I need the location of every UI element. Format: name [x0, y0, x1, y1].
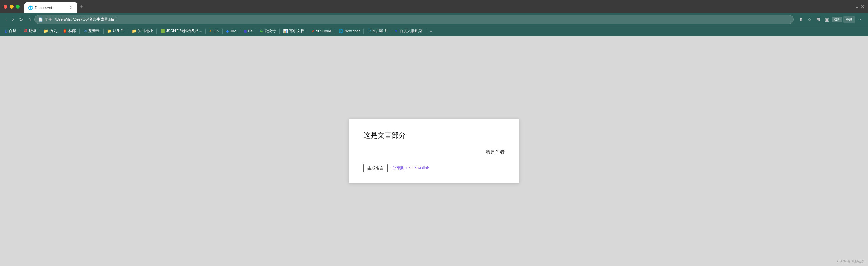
sidebar-button[interactable]: ▣: [823, 16, 831, 24]
bookmark-apicloud-label: APICloud: [316, 29, 331, 33]
bookmark-history-icon: 📁: [43, 29, 48, 33]
bookmark-ui-label: UI组件: [113, 29, 124, 33]
bookmark-face[interactable]: AI 百度人脸识别: [393, 28, 425, 34]
bookmark-separator-6: [156, 29, 157, 34]
bookmark-more[interactable]: »: [428, 28, 434, 34]
active-tab[interactable]: 🌐 Document ×: [24, 2, 78, 13]
update-button[interactable]: 更新: [843, 16, 855, 23]
bookmark-bit[interactable]: ◼ Bit: [241, 28, 255, 34]
generate-button[interactable]: 生成名言: [364, 164, 388, 172]
reload-button[interactable]: ↻: [17, 16, 25, 24]
bookmark-lanzou-icon: 🗂: [83, 29, 87, 33]
bookmark-wechat-icon: ☯: [260, 29, 263, 33]
bookmark-oa[interactable]: ✦ OA: [207, 28, 221, 34]
bookmark-jira-icon: ◆: [226, 29, 229, 33]
bookmark-lanzou[interactable]: 🗂 蓝奏云: [81, 28, 102, 34]
bookmark-wechat-label: 公众号: [264, 29, 276, 33]
title-bar-close-button[interactable]: ✕: [861, 4, 865, 9]
title-bar-collapse-button[interactable]: ⌄: [855, 4, 859, 9]
bookmark-mail-icon: 🏮: [62, 29, 67, 33]
window-controls: [3, 5, 20, 8]
extensions-button[interactable]: ⊞: [814, 16, 822, 24]
bookmark-requirements-label: 需求文档: [289, 29, 304, 33]
bookmark-apicloud-icon: A: [312, 29, 314, 33]
bookmark-translate[interactable]: 译 翻译: [22, 28, 38, 34]
bookmark-json-icon: 🟩: [160, 29, 165, 33]
bookmark-baidu-label: 百度: [9, 29, 17, 33]
bookmark-separator-7: [205, 29, 206, 34]
home-button[interactable]: ⌂: [27, 16, 33, 23]
bookmark-wechat[interactable]: ☯ 公众号: [257, 28, 278, 34]
bookmark-ui[interactable]: 📁 UI组件: [105, 28, 127, 34]
tab-bar: 🌐 Document × +: [24, 1, 853, 12]
bookmark-json-label: JSON在线解析及格...: [166, 29, 202, 33]
bookmark-history-label: 历史: [50, 29, 57, 33]
navigation-bar: ‹ › ↻ ⌂ 📄 文件 /Users/jhxl/Desktop/名言生成器.h…: [0, 13, 868, 26]
bookmark-project-icon: 📁: [132, 29, 136, 33]
update-more-button[interactable]: ⋯: [856, 16, 865, 24]
minimize-window-button[interactable]: [10, 5, 13, 8]
watermark: CSDN @ 几柳公众: [837, 259, 865, 264]
bookmark-separator-16: [426, 29, 426, 34]
new-tab-button[interactable]: +: [78, 1, 86, 12]
user-account-button[interactable]: 双世: [832, 17, 842, 22]
maximize-window-button[interactable]: [16, 5, 20, 8]
bookmark-translate-label: 翻译: [29, 29, 36, 33]
title-bar: 🌐 Document × + ⌄ ✕: [0, 0, 868, 13]
nav-actions: ⬆ ☆ ⊞ ▣ 双世 更新 ⋯: [797, 16, 865, 24]
bookmark-oa-icon: ✦: [209, 29, 212, 33]
bookmark-baidu-icon: B: [5, 29, 8, 33]
bookmark-face-label: 百度人脸识别: [400, 29, 423, 33]
quote-text: 这是文言部分: [364, 130, 504, 140]
bookmark-requirements-icon: 📊: [283, 29, 288, 33]
bookmark-jira-label: Jira: [230, 29, 236, 33]
quote-card: 这是文言部分 我是作者 生成名言 分享到 CSDN&Blink: [349, 119, 519, 183]
bookmark-newchat[interactable]: 🌐 New chat: [336, 28, 362, 34]
bookmark-bit-icon: ◼: [244, 29, 247, 33]
bookmark-baidu[interactable]: B 百度: [2, 28, 19, 34]
quote-actions: 生成名言 分享到 CSDN&Blink: [364, 164, 504, 172]
bookmark-lanzou-label: 蓝奏云: [88, 29, 100, 33]
bookmark-bit-label: Bit: [248, 29, 253, 33]
tab-close-button[interactable]: ×: [68, 5, 74, 10]
bookmark-newchat-icon: 🌐: [338, 29, 343, 33]
bookmark-button[interactable]: ☆: [806, 16, 813, 24]
bookmark-history[interactable]: 📁 历史: [41, 28, 59, 34]
bookmark-project-label: 项目地址: [137, 29, 153, 33]
address-protocol-label: 文件: [45, 17, 52, 22]
bookmark-apicloud[interactable]: A APICloud: [309, 28, 334, 34]
bookmark-jira[interactable]: ◆ Jira: [224, 28, 239, 34]
address-bar[interactable]: 📄 文件 /Users/jhxl/Desktop/名言生成器.html: [34, 15, 794, 24]
bookmark-requirements[interactable]: 📊 需求文档: [281, 28, 307, 34]
bookmark-separator-1: [20, 29, 20, 34]
close-window-button[interactable]: [3, 5, 7, 8]
bookmark-security-label: 应用加固: [372, 29, 388, 33]
bookmark-separator-4: [103, 29, 103, 34]
bookmark-separator-9: [240, 29, 240, 34]
bookmark-json[interactable]: 🟩 JSON在线解析及格...: [158, 28, 204, 34]
share-link[interactable]: 分享到 CSDN&Blink: [392, 166, 429, 171]
bookmark-ui-icon: 📁: [107, 29, 112, 33]
bookmark-oa-label: OA: [214, 29, 219, 33]
bookmark-security[interactable]: 🛡 应用加固: [365, 28, 390, 34]
page-content: 这是文言部分 我是作者 生成名言 分享到 CSDN&Blink CSDN @ 几…: [0, 36, 868, 266]
share-button[interactable]: ⬆: [797, 16, 805, 24]
bookmark-translate-icon: 译: [24, 29, 27, 33]
bookmark-separator-10: [256, 29, 256, 34]
bookmark-newchat-label: New chat: [344, 29, 360, 33]
tab-favicon-icon: 🌐: [28, 5, 33, 10]
bookmark-mail[interactable]: 🏮 私邮: [60, 28, 78, 34]
bookmark-face-icon: AI: [395, 29, 398, 33]
bookmark-separator-13: [335, 29, 335, 34]
address-protocol-icon: 📄: [38, 17, 43, 22]
back-button[interactable]: ‹: [3, 16, 8, 23]
bookmark-separator-11: [279, 29, 280, 34]
forward-button[interactable]: ›: [10, 16, 15, 23]
bookmark-security-icon: 🛡: [367, 29, 371, 33]
bookmark-more-icon: »: [430, 29, 432, 33]
bookmarks-bar: B 百度 译 翻译 📁 历史 🏮 私邮 🗂 蓝奏云 📁 UI组件 📁: [0, 26, 868, 36]
quote-author: 我是作者: [486, 149, 504, 155]
bookmark-separator-2: [40, 29, 40, 34]
address-path: /Users/jhxl/Desktop/名言生成器.html: [55, 17, 790, 22]
bookmark-project[interactable]: 📁 项目地址: [129, 28, 155, 34]
